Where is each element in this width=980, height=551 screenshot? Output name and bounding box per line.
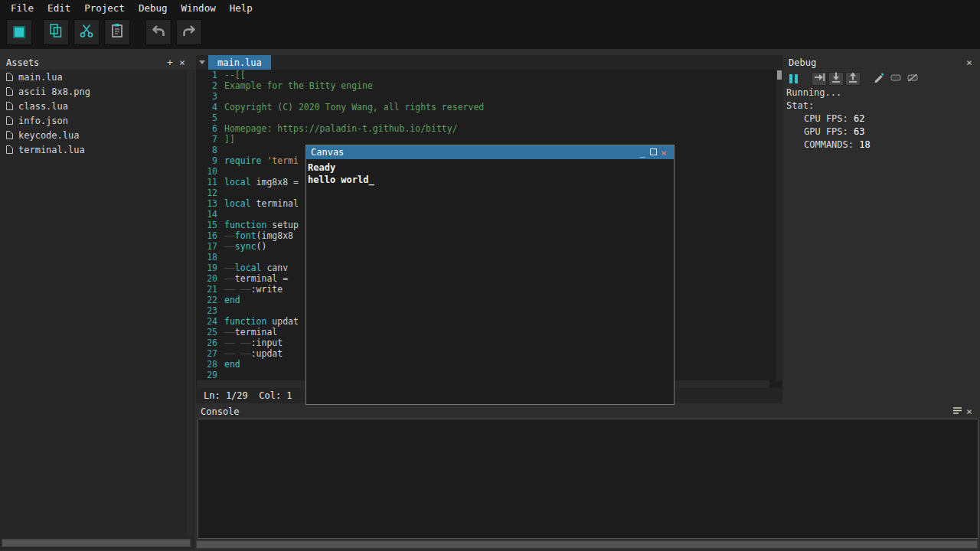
edit-breakpoints-button[interactable] [871,72,887,86]
code-line: 5 [196,112,776,123]
line-number: 11 [196,177,217,187]
pause-button[interactable] [786,72,801,86]
debug-toolbar [784,70,980,86]
code-text: ]] [217,134,235,145]
menu-item-help[interactable]: Help [230,2,253,14]
code-line: 1--[[ [196,70,776,80]
menu-item-project[interactable]: Project [84,2,125,14]
code-text: local img8x8 = [217,177,299,187]
clear-breakpoints-button[interactable] [905,72,920,86]
console-log-button[interactable] [951,406,963,417]
minimize-button[interactable]: _ [637,147,648,158]
code-text: ——local canv [217,262,288,273]
toggle-breakpoints-button[interactable] [888,72,903,86]
line-number: 6 [196,123,217,134]
asset-item[interactable]: terminal.lua [0,142,194,157]
scrollbar-thumb[interactable] [777,70,782,80]
canvas-output-line: Ready [308,161,672,174]
asset-name: main.lua [18,72,63,83]
asset-item[interactable]: info.json [0,113,194,128]
line-number: 3 [196,91,217,102]
copy-button[interactable] [43,19,69,45]
step-over-button[interactable] [812,72,827,86]
asset-name: terminal.lua [18,145,85,155]
close-assets-button[interactable]: × [176,57,188,68]
code-line: 2Example for the Bitty engine [196,80,776,91]
code-text: —— ——:write [217,284,283,295]
assets-file-list: main.luaascii 8x8.pngclass.luainfo.jsonk… [0,70,194,157]
asset-item[interactable]: keycode.lua [0,128,194,142]
tab-main-lua[interactable]: main.lua [208,55,271,70]
editor-vscrollbar[interactable] [776,70,782,380]
line-number: 20 [196,273,217,284]
line-number: 18 [196,252,217,262]
close-canvas-button[interactable]: × [658,147,669,158]
code-text: require 'termi [217,155,299,166]
main-hscrollbar[interactable] [196,540,978,549]
code-text: Copyright (C) 2020 Tony Wang, all rights… [217,102,484,112]
code-text: Homepage: https://paladin-t.github.io/bi… [217,123,458,134]
debug-header: Debug × [784,55,980,70]
debug-stat: COMMANDS: 18 [784,139,980,152]
file-icon [5,101,14,111]
code-text: —— ——:input [217,337,283,348]
canvas-output-line: hello world_ [308,174,672,186]
add-asset-button[interactable]: + [164,57,176,68]
redo-button[interactable] [176,19,202,45]
menubar-items: FileEditProjectDebugWindowHelp [11,2,253,14]
console-output [198,419,978,539]
debug-stat: GPU FPS: 63 [784,126,980,139]
code-text [217,145,224,155]
file-icon [5,116,14,126]
breakpoint-icon [890,71,902,86]
step-out-button[interactable] [845,72,861,86]
menu-item-window[interactable]: Window [181,2,216,14]
asset-item[interactable]: class.lua [0,99,194,113]
toolbar [0,15,980,49]
scrollbar-thumb[interactable] [2,540,190,546]
code-text [217,305,224,316]
paste-button[interactable] [104,19,130,45]
code-text [217,166,224,177]
canvas-output: Readyhello world_ [306,159,674,188]
step-into-icon [830,71,842,86]
asset-item[interactable]: ascii 8x8.png [0,84,194,99]
code-text: ——sync() [217,241,266,252]
canvas-titlebar[interactable]: Canvas _ × [306,145,674,159]
scrollbar-thumb[interactable] [197,541,977,548]
asset-item[interactable]: main.lua [0,70,194,84]
code-text: --[[ [217,70,246,80]
menu-item-debug[interactable]: Debug [139,2,168,14]
close-console-button[interactable]: × [963,406,975,417]
menu-item-edit[interactable]: Edit [47,2,70,14]
code-text [217,252,224,262]
chevron-down-icon [199,60,205,64]
line-number: 27 [196,348,217,359]
close-debug-button[interactable]: × [963,57,975,68]
assets-vscrollbar[interactable] [187,70,193,536]
assets-hscrollbar[interactable] [2,539,191,547]
menubar: FileEditProjectDebugWindowHelp [0,0,980,15]
menu-item-file[interactable]: File [11,2,34,14]
step-into-button[interactable] [828,72,844,86]
line-number: 10 [196,166,217,177]
tab-list-button[interactable] [196,55,208,70]
step-out-icon [847,71,859,86]
code-text [217,187,224,198]
file-icon [5,130,14,140]
asset-name: keycode.lua [18,130,79,141]
tab-bar: main.lua [196,55,782,70]
line-number: 13 [196,198,217,209]
cut-button[interactable] [74,19,100,45]
assets-panel: Assets + × main.luaascii 8x8.pngclass.lu… [0,55,194,549]
line-number: 19 [196,262,217,273]
line-number: 22 [196,295,217,305]
stop-button[interactable] [6,19,32,45]
undo-button[interactable] [145,19,172,45]
maximize-button[interactable] [648,147,658,158]
debug-stat: CPU FPS: 62 [784,112,980,126]
line-number: 4 [196,102,217,112]
code-text: —— ——:updat [217,348,283,359]
code-text [217,209,224,220]
debug-stats: CPU FPS: 62GPU FPS: 63COMMANDS: 18 [784,112,980,152]
